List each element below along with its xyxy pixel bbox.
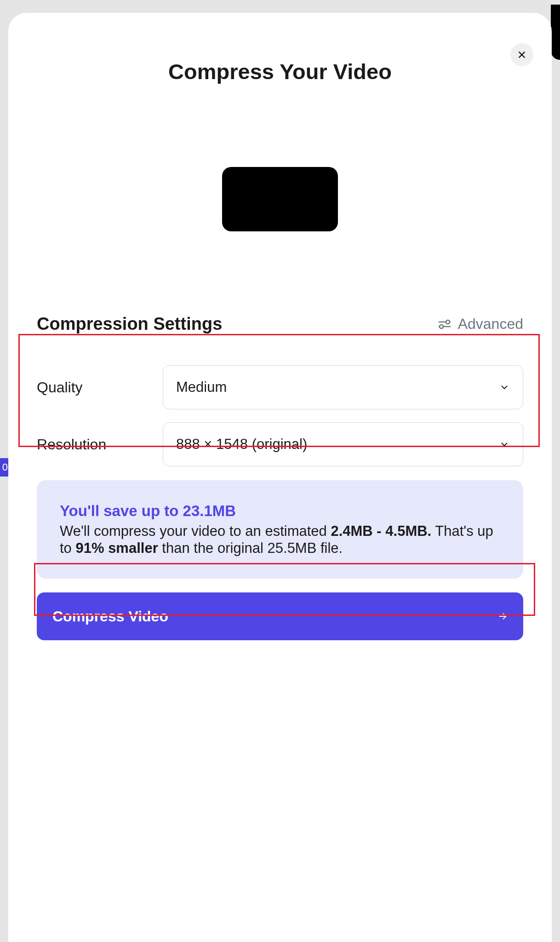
chevron-down-icon (499, 439, 510, 450)
chevron-down-icon (499, 382, 510, 393)
advanced-button[interactable]: Advanced (438, 316, 523, 333)
settings-heading: Compression Settings (37, 314, 222, 334)
background-peek-left: 0 (0, 458, 8, 477)
compress-button-label: Compress Video (52, 608, 168, 625)
resolution-row: Resolution 888 × 1548 (original) (37, 422, 523, 466)
resolution-value: 888 × 1548 (original) (176, 436, 307, 453)
quality-select[interactable]: Medium (163, 365, 523, 409)
close-icon (517, 50, 527, 60)
background-peek-text: 0 (2, 461, 8, 473)
quality-row: Quality Medium (37, 365, 523, 409)
modal-title: Compress Your Video (8, 13, 552, 84)
savings-percent: 91% smaller (75, 540, 158, 556)
quality-value: Medium (176, 379, 227, 396)
savings-body: We'll compress your video to an estimate… (60, 523, 500, 557)
background-peek-right (551, 5, 560, 60)
sliders-icon (438, 319, 451, 330)
savings-text-pre: We'll compress your video to an estimate… (60, 523, 331, 539)
settings-header-row: Compression Settings Advanced (8, 314, 552, 334)
svg-point-5 (440, 325, 443, 328)
advanced-label: Advanced (458, 316, 523, 333)
close-button[interactable] (510, 43, 533, 66)
quality-label: Quality (37, 379, 163, 396)
settings-form: Quality Medium Resolution 888 × 1548 (or… (8, 365, 552, 466)
savings-info-card: You'll save up to 23.1MB We'll compress … (37, 480, 523, 579)
arrow-right-icon (497, 611, 508, 621)
savings-size-range: 2.4MB - 4.5MB. (331, 523, 431, 539)
compress-video-button[interactable]: Compress Video (37, 592, 523, 640)
savings-text-post: than the original 25.5MB file. (158, 540, 343, 556)
savings-title: You'll save up to 23.1MB (60, 502, 500, 520)
compress-video-modal: Compress Your Video Compression Settings… (8, 13, 552, 942)
video-thumbnail (222, 167, 338, 231)
resolution-select[interactable]: 888 × 1548 (original) (163, 422, 523, 466)
video-preview-area (8, 112, 552, 287)
resolution-label: Resolution (37, 436, 163, 453)
svg-point-3 (446, 320, 450, 324)
